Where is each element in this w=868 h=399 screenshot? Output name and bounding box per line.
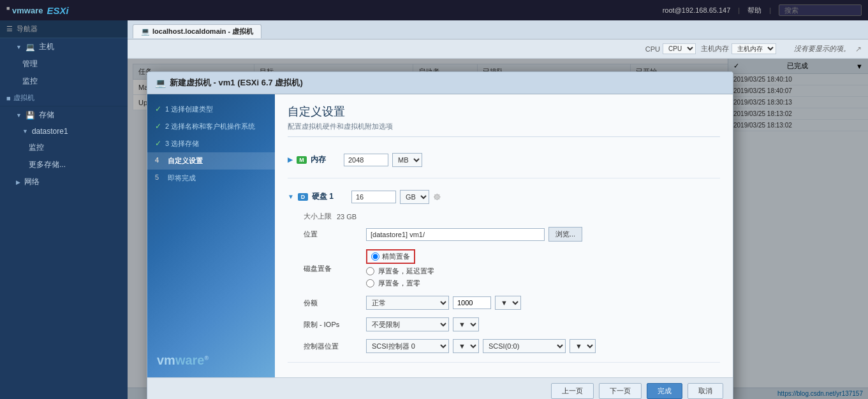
wizard-step-5[interactable]: 5 即将完成: [147, 170, 275, 187]
provision-row: 磁盘置备 精简置备: [288, 245, 720, 292]
thin-radio[interactable]: [371, 252, 379, 261]
browse-button[interactable]: 浏览...: [548, 227, 582, 242]
wizard-step-2: ✓ 2 选择名称和客户机操作系统: [147, 118, 275, 135]
thick-lazy-radio[interactable]: [366, 267, 374, 275]
host-icon: 💻: [26, 43, 35, 52]
no-items-text: 没有要显示的项。: [794, 44, 850, 54]
quota-label: 份额: [304, 298, 361, 308]
controller-slot-unit-select[interactable]: ▼: [570, 339, 596, 353]
memory-unit-select[interactable]: MB: [392, 153, 422, 167]
vmware-logo: ■ vmware ESXi: [6, 5, 69, 16]
thin-provision-option[interactable]: 精简置备: [366, 249, 434, 264]
modal-footer: 上一页 下一页 完成 取消: [147, 377, 733, 399]
esxi-text: ESXi: [47, 5, 69, 16]
quota-select[interactable]: 正常: [366, 296, 449, 310]
disk-collapse-icon: ▼: [288, 193, 294, 200]
network-label: 网络: [24, 177, 40, 187]
provision-group: 精简置备 厚置备，延迟置零: [366, 249, 434, 288]
sidebar-item-monitor[interactable]: 监控: [0, 73, 128, 90]
tab-icon: 💻: [141, 27, 150, 36]
thick-eager-radio[interactable]: [366, 279, 374, 287]
memory-value-input[interactable]: [344, 154, 388, 166]
quota-unit-select[interactable]: ▼: [495, 296, 521, 310]
provision-label: 磁盘置备: [304, 264, 361, 273]
main-tab[interactable]: 💻 localhost.localdomain - 虚拟机: [133, 24, 261, 38]
memory-label: 内存: [311, 154, 326, 165]
step1-label: 1 选择创建类型: [165, 105, 213, 114]
search-input[interactable]: [779, 4, 862, 16]
sidebar-item-host[interactable]: ▼ 💻 主机: [0, 38, 128, 55]
prev-button[interactable]: 上一页: [551, 383, 594, 399]
thick-lazy-option[interactable]: 厚置备，延迟置零: [366, 266, 434, 276]
sidebar-item-manage[interactable]: 管理: [0, 55, 128, 73]
user-info[interactable]: root@192.168.65.147: [663, 6, 731, 14]
step2-check: ✓: [155, 122, 161, 131]
storage-section-label: 存储: [39, 110, 54, 120]
modal-body: ✓ 1 选择创建类型 ✓ 2 选择名称和客户机操作系统 ✓ 3 选择存储: [147, 94, 733, 377]
step4-num: 4: [155, 156, 164, 164]
modal-dialog: 💻 新建虚拟机 - vm1 (ESXi 6.7 虚拟机) ✓ 1 选择创建类型: [147, 71, 733, 399]
sidebar-item-ds-monitor[interactable]: 监控: [0, 139, 128, 156]
next-button[interactable]: 下一页: [599, 383, 642, 399]
sidebar-header: ☰ 导航器: [0, 20, 128, 38]
sidebar-item-network[interactable]: ▶ 网络: [0, 173, 128, 191]
step5-label: 即将完成: [168, 173, 196, 183]
step5-num: 5: [155, 173, 164, 181]
vm-create-icon: 💻: [155, 78, 166, 88]
location-row: 位置 浏览...: [288, 223, 720, 245]
modal-title-bar: 💻 新建虚拟机 - vm1 (ESXi 6.7 虚拟机): [147, 72, 733, 94]
collapse-icon: ▼: [16, 44, 22, 50]
max-size-value: 23 GB: [337, 213, 357, 221]
help-link[interactable]: 帮助: [747, 6, 761, 15]
cpu-select[interactable]: CPU: [663, 43, 696, 54]
modal-title: 新建虚拟机 - vm1 (ESXi 6.7 虚拟机): [170, 77, 303, 89]
controller-slot-select[interactable]: SCSI(0:0): [483, 339, 566, 353]
tab-label: localhost.localdomain - 虚拟机: [152, 27, 253, 36]
ds-icon: ▼: [22, 128, 28, 134]
sidebar-item-datastore1[interactable]: ▼ datastore1: [0, 124, 128, 139]
memory-select[interactable]: 主机内存: [732, 43, 776, 54]
content-title: 自定义设置: [288, 104, 720, 119]
nav-label: 导航器: [17, 24, 38, 34]
main-layout: ☰ 导航器 ▼ 💻 主机 管理 监控 ■ 虚拟机 ▼ 💾 存储 ▼ datast…: [0, 20, 868, 399]
thick-eager-option[interactable]: 厚置备，置零: [366, 279, 434, 288]
disk-section-label: 硬盘 1: [312, 191, 334, 202]
disk-unit-select[interactable]: GB: [400, 190, 429, 204]
memory-section: ▶ M 内存 MB: [288, 147, 720, 178]
controller-row: 控制器位置 SCSI控制器 0 ▼: [288, 335, 720, 357]
memory-header[interactable]: ▶ M 内存: [288, 150, 326, 169]
controller-select[interactable]: SCSI控制器 0: [366, 339, 449, 353]
disk-control: GB ☸: [351, 190, 720, 204]
quota-row: 份额 正常 ▼: [288, 292, 720, 314]
location-control: 浏览...: [366, 227, 720, 242]
step2-label: 2 选择名称和客户机操作系统: [165, 122, 255, 131]
step3-check: ✓: [155, 139, 161, 148]
resize-icon: ↗: [855, 45, 862, 54]
iops-select[interactable]: 不受限制: [366, 317, 449, 331]
top-header: ■ vmware ESXi root@192.168.65.147 | 帮助 |: [0, 0, 868, 20]
quota-num-input[interactable]: [453, 296, 491, 309]
vmware-bottom-logo: vmware®: [157, 353, 209, 368]
finish-button[interactable]: 完成: [647, 383, 682, 399]
nav-icon: ☰: [6, 25, 13, 33]
disk-resize-icon: ☸: [433, 192, 441, 202]
iops-unit-select[interactable]: ▼: [453, 317, 479, 331]
host-label: 主机: [39, 41, 54, 52]
location-input[interactable]: [366, 228, 545, 241]
thick-eager-label: 厚置备，置零: [378, 279, 420, 288]
wizard-step-1: ✓ 1 选择创建类型: [147, 101, 275, 118]
sidebar-item-more-storage[interactable]: 更多存储...: [0, 156, 128, 173]
wizard-step-4[interactable]: 4 自定义设置: [147, 152, 275, 170]
cpu-label: CPU: [645, 45, 660, 53]
controller-unit-select[interactable]: ▼: [453, 339, 479, 353]
storage-icon: 💾: [26, 111, 35, 120]
cancel-button[interactable]: 取消: [688, 383, 723, 399]
memory-control: MB: [344, 153, 720, 167]
sidebar-item-storage[interactable]: ▼ 💾 存储: [0, 106, 128, 124]
iops-control: 不受限制 ▼: [366, 317, 720, 331]
storage-collapse-icon: ▼: [16, 112, 22, 119]
disk-value-input[interactable]: [351, 191, 396, 203]
disk-header[interactable]: ▼ D 硬盘 1: [288, 187, 334, 206]
cpu-dropdown: CPU CPU: [645, 43, 696, 54]
manage-label: 管理: [22, 59, 38, 69]
